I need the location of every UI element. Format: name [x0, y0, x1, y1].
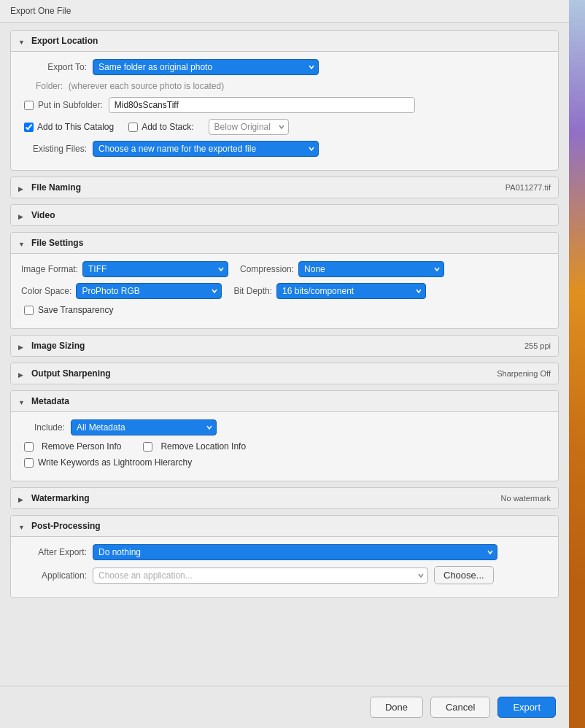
remove-location-checkbox[interactable] — [143, 442, 152, 452]
file-naming-title: File Naming — [31, 182, 505, 193]
export-location-body: Export To: Same folder as original photo… — [11, 52, 558, 170]
save-transparency-row: Save Transparency — [21, 305, 548, 315]
compression-item: Compression: None — [240, 261, 444, 277]
bit-depth-item: Bit Depth: 16 bits/component — [233, 283, 426, 299]
remove-location-item: Remove Location Info — [143, 441, 246, 452]
video-title: Video — [31, 210, 551, 220]
export-to-dropdown[interactable]: Same folder as original photo — [93, 59, 319, 75]
file-naming-right: PA011277.tif — [505, 183, 551, 192]
catalog-row: Add to This Catalog Add to Stack: Below … — [21, 119, 548, 135]
remove-info-row: Remove Person Info Remove Location Info — [21, 441, 548, 452]
put-in-subfolder-checkbox[interactable] — [24, 101, 34, 110]
export-button[interactable]: Export — [497, 697, 556, 718]
metadata-title: Metadata — [31, 396, 551, 406]
image-sizing-triangle — [18, 341, 27, 350]
output-sharpening-section: Output Sharpening Sharpening Off — [10, 363, 559, 384]
folder-hint-row: Folder: (wherever each source photo is l… — [21, 81, 548, 91]
add-to-stack-checkbox[interactable] — [128, 123, 138, 132]
post-processing-triangle — [18, 522, 27, 530]
color-space-dropdown[interactable]: ProPhoto RGB — [76, 283, 222, 299]
folder-hint-text: (wherever each source photo is located) — [69, 81, 224, 91]
image-sizing-title: Image Sizing — [31, 341, 524, 351]
watermarking-triangle — [18, 494, 27, 503]
color-space-row: Color Space: ProPhoto RGB Bit Depth: 16 … — [21, 283, 548, 299]
subfolder-row: Put in Subfolder: — [21, 97, 548, 113]
metadata-section: Metadata Include: All Metadata Re — [10, 390, 559, 481]
application-row: Application: Choose an application... Ch… — [21, 566, 548, 584]
file-settings-header[interactable]: File Settings — [11, 233, 558, 254]
color-space-item: Color Space: ProPhoto RGB — [21, 283, 222, 299]
choose-application-button[interactable]: Choose... — [434, 566, 494, 584]
existing-files-row: Existing Files: Choose a new name for th… — [21, 141, 548, 157]
metadata-triangle — [18, 397, 27, 406]
export-to-row: Export To: Same folder as original photo — [21, 59, 548, 75]
remove-person-checkbox[interactable] — [24, 442, 34, 452]
existing-files-label: Existing Files: — [21, 144, 87, 154]
export-location-header[interactable]: Export Location — [11, 31, 558, 52]
existing-files-dropdown[interactable]: Choose a new name for the exported file — [93, 141, 319, 157]
remove-person-label: Remove Person Info — [42, 441, 121, 452]
add-to-catalog-checkbox[interactable] — [24, 123, 34, 132]
dialog-title: Export One File — [10, 6, 71, 16]
export-location-title: Export Location — [31, 36, 551, 46]
remove-person-item: Remove Person Info — [24, 441, 121, 452]
put-in-subfolder-label: Put in Subfolder: — [38, 100, 103, 110]
file-naming-header[interactable]: File Naming PA011277.tif — [11, 177, 558, 198]
metadata-header[interactable]: Metadata — [11, 391, 558, 412]
image-format-row: Image Format: TIFF Compression: None — [21, 261, 548, 277]
post-processing-header[interactable]: Post-Processing — [11, 516, 558, 537]
export-location-section: Export Location Export To: Same folder a… — [10, 30, 559, 171]
bottom-bar: Done Cancel Export — [0, 686, 569, 728]
compression-label: Compression: — [240, 264, 294, 274]
title-bar: Export One File — [0, 0, 569, 23]
export-to-label: Export To: — [21, 62, 87, 72]
post-processing-section: Post-Processing After Export: Do nothing… — [10, 515, 559, 598]
add-to-stack-item: Add to Stack: — [128, 122, 193, 132]
output-sharpening-triangle — [18, 369, 27, 378]
bit-depth-dropdown[interactable]: 16 bits/component — [276, 283, 426, 299]
post-processing-title: Post-Processing — [31, 521, 551, 531]
file-settings-body: Image Format: TIFF Compression: None — [11, 254, 558, 328]
after-export-label: After Export: — [21, 547, 87, 557]
file-naming-triangle — [18, 183, 27, 192]
watermarking-title: Watermarking — [31, 493, 501, 503]
file-settings-triangle — [18, 239, 27, 247]
video-section: Video — [10, 204, 559, 226]
color-space-label: Color Space: — [21, 286, 71, 296]
image-sizing-right: 255 ppi — [524, 341, 551, 350]
video-triangle — [18, 211, 27, 220]
output-sharpening-header[interactable]: Output Sharpening Sharpening Off — [11, 363, 558, 384]
cancel-button[interactable]: Cancel — [430, 697, 490, 718]
right-color-strip — [569, 0, 585, 728]
write-keywords-checkbox[interactable] — [24, 458, 34, 468]
after-export-row: After Export: Do nothing — [21, 544, 548, 560]
image-sizing-section: Image Sizing 255 ppi — [10, 335, 559, 357]
metadata-body: Include: All Metadata Remove Person Info — [11, 412, 558, 481]
image-sizing-header[interactable]: Image Sizing 255 ppi — [11, 336, 558, 356]
image-format-item: Image Format: TIFF — [21, 261, 228, 277]
file-settings-title: File Settings — [31, 238, 551, 248]
file-settings-section: File Settings Image Format: TIFF Compres… — [10, 232, 559, 329]
subfolder-input[interactable] — [109, 97, 415, 113]
watermarking-header[interactable]: Watermarking No watermark — [11, 488, 558, 508]
add-to-catalog-item: Add to This Catalog — [24, 122, 114, 132]
bit-depth-label: Bit Depth: — [233, 286, 272, 296]
video-header[interactable]: Video — [11, 205, 558, 225]
output-sharpening-right: Sharpening Off — [497, 369, 551, 378]
add-to-catalog-label: Add to This Catalog — [37, 122, 114, 132]
watermarking-right: No watermark — [501, 494, 551, 503]
application-dropdown[interactable]: Choose an application... — [93, 568, 428, 584]
include-dropdown[interactable]: All Metadata — [71, 419, 217, 435]
image-format-label: Image Format: — [21, 264, 78, 274]
output-sharpening-title: Output Sharpening — [31, 368, 497, 379]
compression-dropdown[interactable]: None — [298, 261, 444, 277]
write-keywords-label: Write Keywords as Lightroom Hierarchy — [38, 457, 192, 468]
below-original-dropdown[interactable]: Below Original — [209, 119, 289, 135]
main-content: Export Location Export To: Same folder a… — [0, 23, 569, 686]
done-button[interactable]: Done — [370, 697, 423, 718]
save-transparency-checkbox[interactable] — [24, 306, 34, 315]
image-format-dropdown[interactable]: TIFF — [82, 261, 228, 277]
after-export-dropdown[interactable]: Do nothing — [93, 544, 497, 560]
watermarking-section: Watermarking No watermark — [10, 487, 559, 509]
spacer — [10, 604, 559, 662]
